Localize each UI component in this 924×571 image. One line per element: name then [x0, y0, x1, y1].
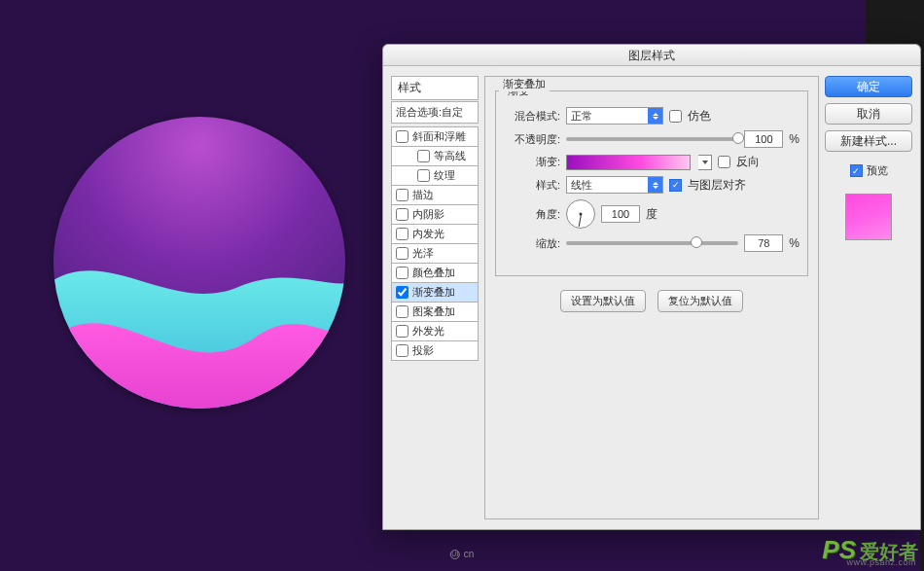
cancel-button[interactable]: 取消 [825, 103, 912, 125]
styles-header[interactable]: 样式 [391, 76, 479, 100]
gradient-label: 渐变: [504, 155, 560, 169]
style-checkbox[interactable] [396, 189, 409, 201]
reverse-checkbox[interactable] [718, 156, 730, 168]
style-checkbox[interactable] [396, 325, 409, 338]
scale-label: 缩放: [504, 236, 560, 251]
style-checkbox[interactable] [396, 344, 409, 357]
style-item-satin[interactable]: 光泽 [391, 243, 479, 264]
style-item-outer-glow[interactable]: 外发光 [391, 321, 479, 341]
opacity-label: 不透明度: [504, 132, 560, 147]
style-item-drop-shadow[interactable]: 投影 [391, 340, 479, 361]
style-label: 样式: [504, 178, 560, 193]
style-item-color-overlay[interactable]: 颜色叠加 [391, 263, 479, 283]
reset-default-button[interactable]: 复位为默认值 [657, 290, 743, 312]
angle-dial[interactable] [566, 199, 595, 229]
dialog-actions: 确定 取消 新建样式... ✓ 预览 [825, 76, 912, 519]
blending-options[interactable]: 混合选项:自定 [391, 101, 479, 124]
opacity-input[interactable]: 100 [744, 130, 783, 148]
dropdown-arrows-icon [648, 108, 662, 124]
style-item-contour[interactable]: 等高线 [391, 146, 479, 166]
style-checkbox[interactable] [396, 267, 409, 279]
align-label: 与图层对齐 [688, 177, 746, 194]
gradient-preview[interactable] [566, 155, 691, 170]
style-item-bevel[interactable]: 斜面和浮雕 [391, 126, 479, 147]
wave-magenta [53, 268, 345, 409]
style-item-pattern-overlay[interactable]: 图案叠加 [391, 302, 479, 322]
style-checkbox[interactable] [417, 169, 430, 182]
preview-swatch [845, 194, 892, 240]
canvas-artwork [53, 117, 345, 409]
style-item-inner-glow[interactable]: 内发光 [391, 224, 479, 244]
style-checkbox[interactable] [396, 228, 409, 240]
align-checkbox[interactable]: ✓ [669, 179, 682, 192]
ok-button[interactable]: 确定 [825, 76, 912, 97]
watermark-url: www.psahz.com [846, 557, 916, 567]
dither-label: 仿色 [688, 108, 711, 125]
style-checkbox[interactable] [396, 305, 409, 318]
gradient-style-select[interactable]: 线性 [566, 176, 663, 194]
set-default-button[interactable]: 设置为默认值 [560, 290, 646, 312]
percent-label: % [789, 236, 800, 250]
style-checkbox[interactable] [396, 286, 409, 299]
watermark: PS 爱好者 www.psahz.com [822, 535, 918, 565]
blend-mode-select[interactable]: 正常 [566, 107, 663, 125]
opacity-slider[interactable] [566, 137, 738, 141]
dialog-title: 图层样式 [383, 45, 920, 66]
reverse-label: 反向 [736, 154, 760, 170]
gradient-dropdown[interactable] [698, 155, 712, 170]
style-checkbox[interactable] [417, 150, 430, 162]
preview-checkbox[interactable]: ✓ [850, 164, 863, 177]
layer-style-dialog: 图层样式 样式 混合选项:自定 斜面和浮雕 等高线 纹理 描边 内阴影 内发光 … [382, 44, 921, 530]
style-checkbox[interactable] [396, 247, 409, 260]
percent-label: % [789, 132, 800, 146]
style-item-gradient-overlay[interactable]: 渐变叠加 [391, 282, 479, 303]
blend-mode-label: 混合模式: [504, 109, 560, 124]
style-item-texture[interactable]: 纹理 [391, 165, 479, 186]
angle-label: 角度: [504, 207, 560, 222]
new-style-button[interactable]: 新建样式... [825, 130, 912, 152]
degree-label: 度 [646, 206, 657, 223]
ui-icon: UI [450, 550, 460, 559]
dither-checkbox[interactable] [669, 110, 682, 123]
style-item-inner-shadow[interactable]: 内阴影 [391, 204, 479, 225]
gradient-overlay-panel: 渐变叠加 渐变 混合模式: 正常 仿色 不透明度: 100 % 渐变: [484, 76, 819, 519]
scale-slider[interactable] [566, 241, 738, 245]
preview-label: 预览 [867, 163, 888, 178]
gradient-fieldset: 渐变 混合模式: 正常 仿色 不透明度: 100 % 渐变: [495, 90, 808, 276]
panel-section-title: 渐变叠加 [499, 77, 550, 91]
dropdown-arrows-icon [648, 177, 662, 193]
style-item-stroke[interactable]: 描边 [391, 185, 479, 205]
styles-list: 样式 混合选项:自定 斜面和浮雕 等高线 纹理 描边 内阴影 内发光 光泽 颜色… [391, 76, 479, 519]
angle-input[interactable]: 100 [601, 205, 640, 223]
scale-input[interactable]: 78 [744, 234, 783, 252]
style-checkbox[interactable] [396, 130, 409, 143]
app-toolbar-bg [866, 0, 924, 44]
footer-note: UI cn [450, 549, 475, 559]
style-checkbox[interactable] [396, 208, 409, 221]
